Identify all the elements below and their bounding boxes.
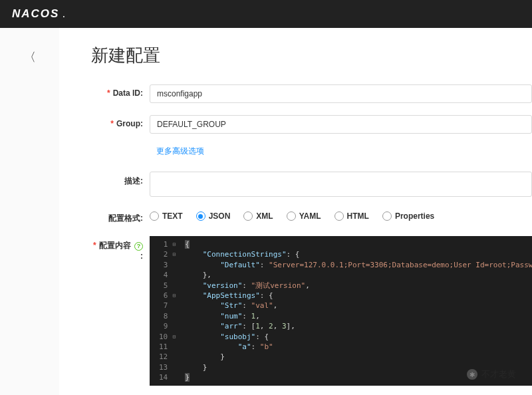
code-line: "version": "测试version",	[185, 281, 532, 291]
label-description: 描述:	[91, 172, 150, 187]
brand-dot: .	[62, 7, 65, 21]
gutter-line: 5	[159, 281, 176, 291]
radio-label: HTML	[347, 211, 369, 221]
help-icon[interactable]: ?	[134, 242, 143, 251]
code-line: },	[185, 270, 532, 280]
radio-circle-icon	[334, 211, 344, 221]
code-line: "Default": "Server=127.0.0.1;Port=3306;D…	[185, 260, 532, 270]
gutter-line: 11	[159, 342, 176, 352]
format-radio-html[interactable]: HTML	[334, 211, 369, 221]
code-line: "ConnectionStrings": {	[185, 249, 532, 259]
data-id-input[interactable]	[150, 84, 532, 103]
required-mark: *	[110, 119, 114, 128]
label-dataid: *Data ID:	[91, 84, 150, 98]
radio-circle-icon	[196, 211, 205, 221]
code-line: "AppSettings": {	[185, 291, 532, 301]
gutter-line: 3	[159, 260, 176, 270]
row-content: *配置内容 ? : 1⊟2⊟3456⊟78910⊟11121314 { "Con…	[91, 236, 532, 386]
advanced-options-link[interactable]: 更多高级选项	[156, 146, 532, 157]
watermark: ✱ 不才老黄	[467, 368, 516, 380]
code-line: "Str": "val",	[185, 301, 532, 311]
gutter-line: 14	[159, 372, 176, 382]
gutter-line: 6⊟	[159, 291, 176, 301]
code-line: "subobj": {	[185, 332, 532, 342]
description-input[interactable]	[150, 172, 532, 197]
wechat-icon: ✱	[467, 369, 477, 380]
back-icon[interactable]: 〈	[24, 49, 36, 395]
format-radio-group: TEXTJSONXMLYAMLHTMLProperties	[150, 209, 434, 221]
radio-label: Properties	[395, 211, 434, 221]
brand-logo: NACOS	[12, 7, 59, 21]
radio-circle-icon	[243, 211, 253, 221]
code-editor[interactable]: 1⊟2⊟3456⊟78910⊟11121314 { "ConnectionStr…	[150, 236, 532, 386]
required-mark: *	[93, 241, 96, 250]
radio-label: TEXT	[162, 211, 183, 221]
format-radio-yaml[interactable]: YAML	[287, 211, 321, 221]
row-dataid: *Data ID:	[91, 84, 532, 103]
gutter-line: 12	[159, 352, 176, 362]
gutter-line: 2⊟	[159, 249, 176, 259]
code-line: "arr": [1, 2, 3],	[185, 321, 532, 331]
radio-circle-icon	[150, 211, 159, 221]
code-line: }	[185, 352, 532, 362]
content: 新建配置 *Data ID: *Group: 更多高级选项 描述: 配置格式: …	[59, 28, 532, 395]
sidebar: 〈	[0, 28, 59, 395]
radio-label: JSON	[209, 211, 231, 221]
code-line: "num": 1,	[185, 311, 532, 321]
gutter-line: 10⊟	[159, 332, 176, 342]
radio-circle-icon	[382, 211, 392, 221]
label-format: 配置格式:	[91, 209, 150, 224]
required-mark: *	[107, 88, 110, 98]
code-line: "a": "b"	[185, 342, 532, 352]
label-content: *配置内容 ? :	[91, 236, 150, 261]
code-line: {	[185, 239, 532, 249]
gutter-line: 9	[159, 321, 176, 331]
format-radio-text[interactable]: TEXT	[150, 211, 183, 221]
advanced-wrapper: 更多高级选项	[91, 146, 532, 157]
code-gutter: 1⊟2⊟3456⊟78910⊟11121314	[150, 236, 180, 386]
code-body[interactable]: { "ConnectionStrings": { "Default": "Ser…	[180, 236, 532, 386]
gutter-line: 7	[159, 301, 176, 311]
radio-label: YAML	[299, 211, 321, 221]
watermark-text: 不才老黄	[481, 368, 516, 380]
gutter-line: 4	[159, 270, 176, 280]
group-input[interactable]	[150, 115, 532, 134]
gutter-line: 13	[159, 362, 176, 372]
radio-circle-icon	[287, 211, 296, 221]
format-radio-xml[interactable]: XML	[243, 211, 273, 221]
row-group: *Group:	[91, 115, 532, 134]
format-radio-json[interactable]: JSON	[196, 211, 231, 221]
gutter-line: 1⊟	[159, 239, 176, 249]
main-area: 〈 新建配置 *Data ID: *Group: 更多高级选项 描述: 配置格式…	[0, 28, 532, 395]
colon: :	[140, 251, 143, 261]
top-header: NACOS .	[0, 0, 532, 28]
format-radio-properties[interactable]: Properties	[382, 211, 434, 221]
row-format: 配置格式: TEXTJSONXMLYAMLHTMLProperties	[91, 209, 532, 224]
row-description: 描述:	[91, 172, 532, 197]
radio-label: XML	[256, 211, 273, 221]
label-group: *Group:	[91, 115, 150, 128]
gutter-line: 8	[159, 311, 176, 321]
page-title: 新建配置	[91, 44, 532, 67]
